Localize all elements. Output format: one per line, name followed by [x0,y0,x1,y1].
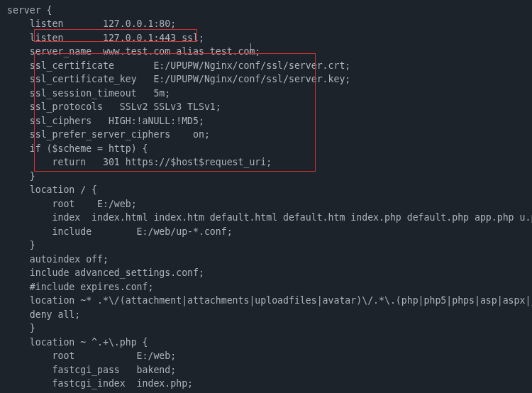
nginx-config: server { listen 127.0.0.1:80; listen 127… [7,5,532,393]
text-cursor [250,43,251,53]
code-block: server { listen 127.0.0.1:80; listen 127… [0,0,532,393]
